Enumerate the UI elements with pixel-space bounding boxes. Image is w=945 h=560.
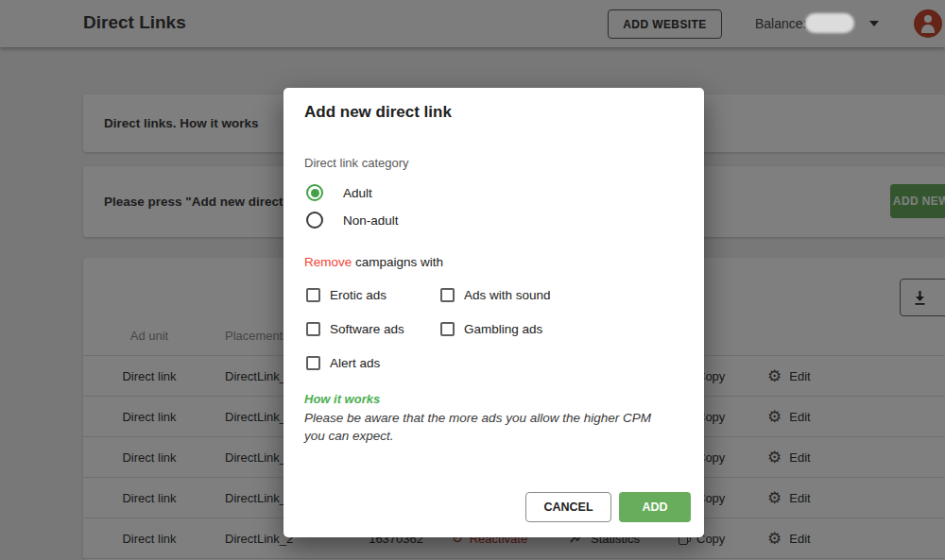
add-direct-link-modal: Add new direct link Direct link category… — [284, 88, 704, 537]
checkbox-icon — [440, 322, 455, 336]
add-button[interactable]: ADD — [619, 492, 691, 522]
checkbox-icon — [306, 288, 320, 302]
remove-rest: campaigns with — [352, 255, 443, 269]
radio-selected-icon — [306, 184, 323, 201]
remove-word: Remove — [304, 255, 352, 269]
checkbox-label: Gambling ads — [464, 322, 542, 336]
checkbox-label: Software ads — [330, 322, 404, 336]
checkbox-label: Ads with sound — [464, 288, 551, 302]
checkbox-icon — [306, 322, 320, 336]
category-label: Direct link category — [304, 156, 409, 170]
how-it-works-heading: How it works — [304, 392, 380, 406]
checkbox-gambling-ads[interactable]: Gambling ads — [440, 322, 618, 336]
radio-unselected-icon — [306, 212, 323, 229]
checkbox-icon — [440, 288, 455, 302]
radio-non-adult-label: Non-adult — [343, 213, 399, 228]
remove-campaigns-label: Remove campaigns with — [304, 255, 443, 269]
checkbox-ads-with-sound[interactable]: Ads with sound — [440, 288, 618, 302]
radio-non-adult[interactable]: Non-adult — [306, 212, 399, 229]
balance-value-redacted — [805, 13, 854, 33]
checkbox-label: Alert ads — [330, 356, 380, 370]
modal-title: Add new direct link — [304, 103, 452, 122]
radio-adult[interactable]: Adult — [306, 184, 372, 201]
radio-adult-label: Adult — [343, 186, 372, 200]
checkbox-software-ads[interactable]: Software ads — [306, 322, 440, 336]
cancel-button[interactable]: CANCEL — [525, 492, 611, 522]
cpm-notice-text: Please be aware that the more ads you al… — [304, 410, 656, 445]
checkbox-alert-ads[interactable]: Alert ads — [306, 356, 440, 370]
ad-type-checkbox-grid: Erotic ads Ads with sound Software ads G… — [306, 288, 618, 370]
checkbox-icon — [306, 356, 320, 370]
checkbox-erotic-ads[interactable]: Erotic ads — [306, 288, 440, 302]
checkbox-label: Erotic ads — [330, 288, 387, 302]
